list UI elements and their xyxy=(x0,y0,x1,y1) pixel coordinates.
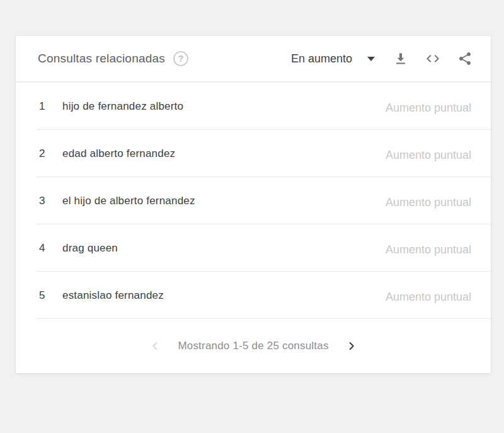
chevron-right-icon xyxy=(345,339,358,353)
download-button[interactable] xyxy=(393,51,408,66)
share-button[interactable] xyxy=(457,51,472,66)
query-row-1[interactable]: 1 hijo de fernandez alberto Aumento punt… xyxy=(16,83,491,130)
row-value: Aumento puntual xyxy=(386,101,471,115)
query-row-2[interactable]: 2 edad alberto fernandez Aumento puntual xyxy=(16,130,491,177)
query-list: 1 hijo de fernandez alberto Aumento punt… xyxy=(16,83,491,319)
share-icon xyxy=(457,51,472,66)
related-queries-card: Consultas relacionadas ? En aumento 1 hi… xyxy=(16,36,491,373)
pagination: Mostrando 1-5 de 25 consultas xyxy=(16,319,491,373)
row-query: estanislao fernandez xyxy=(62,289,164,302)
row-query: drag queen xyxy=(62,242,118,255)
embed-code-icon xyxy=(425,51,440,66)
query-row-5[interactable]: 5 estanislao fernandez Aumento puntual xyxy=(16,272,491,319)
pagination-label: Mostrando 1-5 de 25 consultas xyxy=(178,340,328,352)
prev-page-button[interactable] xyxy=(147,338,163,354)
download-icon xyxy=(393,51,408,66)
row-rank: 4 xyxy=(39,242,62,255)
card-title: Consultas relacionadas xyxy=(38,52,165,66)
row-value: Aumento puntual xyxy=(386,196,471,209)
sort-select-value: En aumento xyxy=(291,52,352,66)
help-icon[interactable]: ? xyxy=(173,51,188,66)
row-value: Aumento puntual xyxy=(386,149,471,162)
row-rank: 3 xyxy=(39,195,62,207)
row-rank: 5 xyxy=(39,289,62,302)
row-value: Aumento puntual xyxy=(386,291,471,304)
row-query: hijo de fernandez alberto xyxy=(62,100,183,113)
row-query: el hijo de alberto fernandez xyxy=(62,195,195,207)
query-row-3[interactable]: 3 el hijo de alberto fernandez Aumento p… xyxy=(16,177,491,224)
embed-button[interactable] xyxy=(425,51,440,66)
query-row-4[interactable]: 4 drag queen Aumento puntual xyxy=(16,224,491,272)
row-rank: 2 xyxy=(39,147,62,160)
sort-select[interactable]: En aumento xyxy=(291,52,375,66)
chevron-left-icon xyxy=(148,339,162,353)
chevron-down-icon xyxy=(367,57,375,61)
row-value: Aumento puntual xyxy=(386,243,471,257)
card-header: Consultas relacionadas ? En aumento xyxy=(16,36,491,83)
row-query: edad alberto fernandez xyxy=(62,147,175,160)
next-page-button[interactable] xyxy=(344,338,359,354)
row-rank: 1 xyxy=(39,100,62,113)
